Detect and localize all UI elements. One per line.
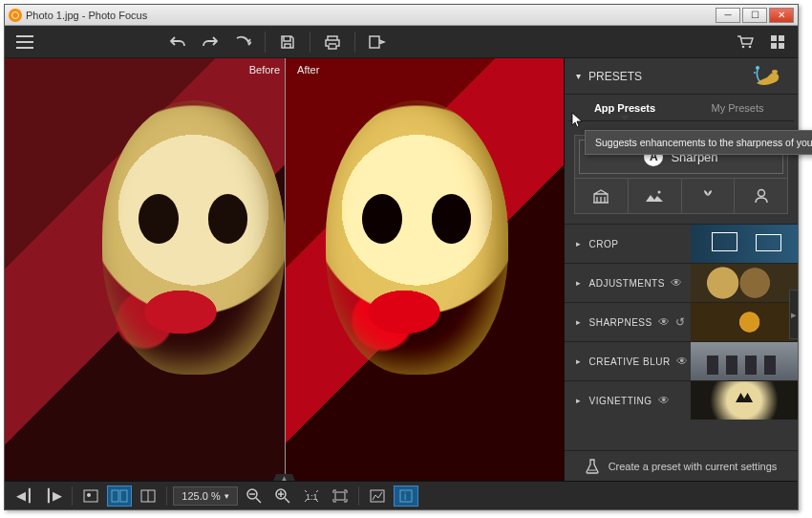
eye-icon[interactable]: 👁 bbox=[658, 394, 671, 407]
svg-rect-25 bbox=[335, 492, 345, 500]
reset-icon[interactable]: ↺ bbox=[675, 315, 686, 329]
view-compare-button[interactable] bbox=[107, 486, 132, 507]
tab-app-presets-label: App Presets bbox=[594, 102, 655, 114]
svg-point-6 bbox=[772, 70, 778, 74]
main-toolbar bbox=[5, 26, 798, 58]
presets-title: PRESETS bbox=[588, 70, 642, 83]
svg-rect-26 bbox=[371, 490, 384, 502]
cart-button[interactable] bbox=[731, 29, 759, 55]
after-label: After bbox=[293, 62, 323, 77]
svg-text:1:1: 1:1 bbox=[306, 492, 318, 502]
svg-rect-5 bbox=[779, 43, 784, 49]
section-vignetting[interactable]: ▸ VIGNETTING 👁 bbox=[565, 380, 798, 420]
chevron-right-icon: ▸ bbox=[576, 278, 582, 288]
view-single-button[interactable] bbox=[78, 486, 103, 507]
close-button[interactable]: ✕ bbox=[769, 8, 794, 23]
canvas-area[interactable]: Before After ▲ bbox=[5, 58, 564, 481]
window-title: Photo 1.jpg - Photo Focus bbox=[26, 10, 147, 21]
export-button[interactable] bbox=[363, 29, 392, 55]
svg-rect-13 bbox=[112, 490, 118, 502]
chevron-right-icon: ▸ bbox=[576, 396, 582, 405]
section-sharpness-thumb bbox=[691, 303, 798, 341]
panel-expand-tab[interactable]: ▸ bbox=[789, 290, 798, 339]
compare-labels: Before After bbox=[246, 62, 324, 77]
minimize-button[interactable]: ─ bbox=[716, 8, 740, 23]
section-crop-thumb bbox=[691, 225, 798, 263]
svg-text:i: i bbox=[404, 491, 406, 502]
redo-forward-button[interactable] bbox=[228, 29, 257, 55]
preset-cat-architecture[interactable] bbox=[575, 179, 629, 213]
svg-rect-14 bbox=[120, 490, 127, 502]
view-split-button[interactable] bbox=[136, 486, 160, 507]
chevron-right-icon: ▸ bbox=[576, 239, 582, 248]
section-sharpness-label: SHARPNESS bbox=[589, 317, 652, 328]
redo-button[interactable] bbox=[196, 29, 224, 55]
compare-divider[interactable] bbox=[285, 58, 286, 481]
prev-image-button[interactable]: ◀┃ bbox=[12, 486, 37, 507]
section-crop-label: CROP bbox=[589, 239, 619, 249]
zoom-display[interactable]: 125.0 %▾ bbox=[173, 486, 238, 506]
preset-cat-portrait[interactable] bbox=[735, 179, 787, 213]
section-sharpness[interactable]: ▸ SHARPNESS 👁 ↺ bbox=[565, 302, 798, 341]
print-button[interactable] bbox=[318, 29, 347, 55]
after-image bbox=[285, 58, 565, 481]
svg-point-9 bbox=[658, 191, 661, 194]
before-image bbox=[5, 58, 285, 481]
svg-line-18 bbox=[256, 498, 261, 503]
zoom-value: 125.0 % bbox=[182, 490, 220, 502]
info-button[interactable]: i bbox=[394, 486, 418, 507]
eye-icon[interactable]: 👁 bbox=[671, 276, 683, 290]
genie-lamp-icon bbox=[752, 62, 790, 91]
eye-icon[interactable]: 👁 bbox=[658, 315, 671, 329]
app-icon bbox=[9, 9, 22, 22]
zoom-fit-button[interactable] bbox=[328, 486, 353, 507]
section-vignetting-label: VIGNETTING bbox=[589, 396, 652, 406]
svg-rect-11 bbox=[84, 490, 97, 502]
flask-icon bbox=[586, 459, 599, 474]
section-creative-blur[interactable]: ▸ CREATIVE BLUR 👁 ↺ bbox=[565, 341, 798, 380]
chevron-right-icon: ▸ bbox=[576, 317, 582, 327]
zoom-in-button[interactable] bbox=[270, 486, 295, 507]
undo-button[interactable] bbox=[163, 29, 192, 55]
create-preset-button[interactable]: Create a preset with current settings bbox=[565, 450, 798, 481]
chevron-down-icon: ▾ bbox=[224, 491, 229, 501]
grid-view-button[interactable] bbox=[763, 29, 792, 55]
save-button[interactable] bbox=[273, 29, 302, 55]
svg-point-8 bbox=[754, 72, 756, 74]
tab-my-presets-label: My Presets bbox=[711, 102, 763, 114]
section-creative-blur-thumb bbox=[691, 342, 798, 380]
chevron-right-icon: ▸ bbox=[576, 356, 582, 366]
tooltip-text: Suggests enhancements to the sharpness o… bbox=[595, 137, 812, 148]
bottom-bar: ◀┃ ┃▶ 125.0 %▾ 1:1 i bbox=[5, 481, 798, 509]
histogram-button[interactable] bbox=[365, 486, 390, 507]
presets-header[interactable]: ▾ PRESETS bbox=[565, 58, 798, 95]
preset-cat-landscape[interactable] bbox=[629, 179, 682, 213]
svg-rect-4 bbox=[771, 43, 777, 49]
svg-point-7 bbox=[756, 66, 759, 70]
zoom-actual-button[interactable]: 1:1 bbox=[299, 486, 324, 507]
section-adjustments-thumb bbox=[691, 264, 798, 302]
section-crop[interactable]: ▸ CROP bbox=[565, 224, 798, 263]
svg-rect-2 bbox=[771, 35, 777, 41]
section-vignetting-thumb bbox=[691, 381, 798, 420]
maximize-button[interactable]: ☐ bbox=[742, 8, 767, 23]
section-adjustments[interactable]: ▸ ADJUSTMENTS 👁 bbox=[565, 263, 798, 302]
svg-rect-3 bbox=[779, 35, 784, 41]
tooltip: Suggests enhancements to the sharpness o… bbox=[585, 130, 812, 155]
svg-line-21 bbox=[285, 498, 289, 503]
svg-point-12 bbox=[87, 493, 91, 497]
before-label: Before bbox=[246, 62, 284, 77]
zoom-out-button[interactable] bbox=[242, 486, 267, 507]
next-image-button[interactable]: ┃▶ bbox=[41, 486, 66, 507]
panel-notch[interactable]: ▲ bbox=[273, 474, 296, 481]
section-creative-blur-label: CREATIVE BLUR bbox=[589, 356, 671, 367]
preset-cat-macro[interactable] bbox=[682, 179, 736, 213]
tab-my-presets[interactable]: My Presets bbox=[681, 95, 794, 120]
eye-icon[interactable]: 👁 bbox=[676, 355, 689, 368]
side-panel: ▾ PRESETS App Presets My Presets A Sharp… bbox=[564, 58, 798, 481]
svg-point-1 bbox=[749, 45, 752, 48]
section-adjustments-label: ADJUSTMENTS bbox=[589, 278, 665, 289]
menu-button[interactable] bbox=[11, 29, 39, 55]
svg-point-10 bbox=[758, 190, 764, 197]
tab-app-presets[interactable]: App Presets bbox=[568, 95, 681, 120]
